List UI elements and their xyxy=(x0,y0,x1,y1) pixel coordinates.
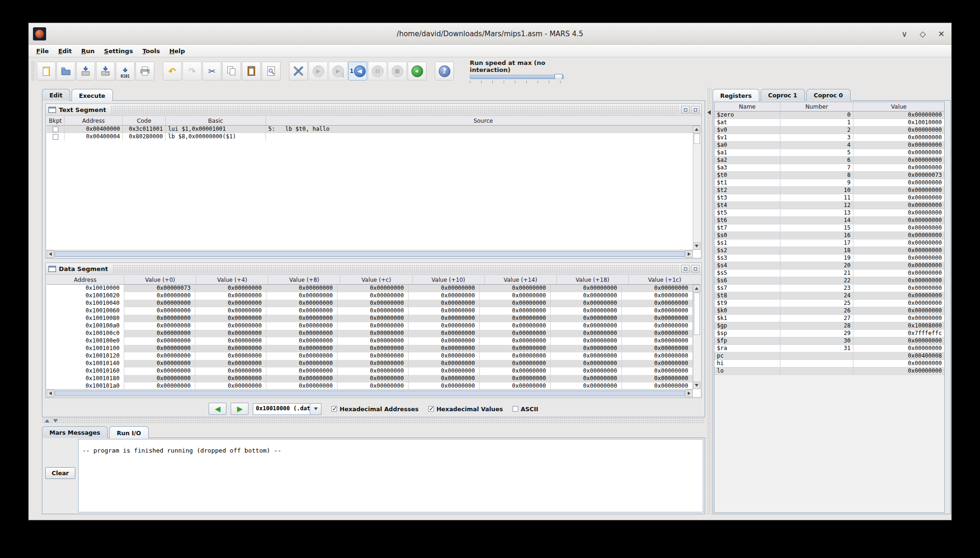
memory-value-cell[interactable]: 0x00000000 xyxy=(480,285,551,292)
memory-base-combobox[interactable]: 0x10010000 (.data) xyxy=(253,403,321,415)
memory-value-cell[interactable]: 0x00000000 xyxy=(124,307,195,315)
backstep-button[interactable]: 1 ◀ xyxy=(348,62,367,80)
register-value[interactable]: 0x00400008 xyxy=(853,352,944,359)
memory-value-cell[interactable]: 0x00000000 xyxy=(551,307,622,315)
memory-value-cell[interactable]: 0x00000000 xyxy=(622,292,693,300)
tab-mars-messages[interactable]: Mars Messages xyxy=(42,426,108,438)
scroll-down-icon[interactable] xyxy=(693,242,700,250)
toolbar-drag-handle[interactable] xyxy=(31,61,35,81)
register-value[interactable]: 0x00000000 xyxy=(853,224,944,231)
register-value[interactable]: 0x00000000 xyxy=(853,300,944,307)
memory-value-cell[interactable]: 0x00000000 xyxy=(266,307,337,315)
memory-value-cell[interactable]: 0x00000000 xyxy=(622,307,693,315)
open-file-button[interactable] xyxy=(56,62,75,80)
memory-value-cell[interactable]: 0x00000000 xyxy=(409,345,480,352)
find-replace-button[interactable] xyxy=(262,62,281,80)
memory-value-cell[interactable]: 0x00000000 xyxy=(551,352,622,360)
memory-value-cell[interactable]: 0x00000073 xyxy=(124,285,195,292)
minimize-icon[interactable]: ∨ xyxy=(901,29,907,39)
memory-value-cell[interactable]: 0x00000000 xyxy=(195,315,266,322)
memory-value-cell[interactable]: 0x00000000 xyxy=(551,383,622,389)
memory-value-cell[interactable]: 0x00000000 xyxy=(337,330,409,337)
memory-value-cell[interactable]: 0x00000000 xyxy=(337,315,409,322)
tab-coproc1[interactable]: Coproc 1 xyxy=(761,89,805,101)
memory-value-cell[interactable]: 0x00000000 xyxy=(124,375,195,383)
run-speed-slider[interactable] xyxy=(470,75,564,79)
memory-value-cell[interactable]: 0x00000000 xyxy=(409,307,480,315)
register-value[interactable]: 0x00000000 xyxy=(853,292,944,299)
memory-value-cell[interactable]: 0x00000000 xyxy=(480,337,551,345)
next-memory-button[interactable]: ▶ xyxy=(231,403,249,415)
memory-value-cell[interactable]: 0x00000000 xyxy=(551,315,622,322)
memory-value-cell[interactable]: 0x00000000 xyxy=(551,285,622,292)
scroll-right-icon[interactable] xyxy=(685,250,693,258)
register-value[interactable]: 0x00000000 xyxy=(853,247,944,254)
memory-value-cell[interactable]: 0x00000000 xyxy=(195,375,266,383)
memory-value-cell[interactable]: 0x00000000 xyxy=(266,322,337,330)
register-value[interactable]: 0x00000000 xyxy=(853,142,944,149)
memory-value-cell[interactable]: 0x00000000 xyxy=(551,360,622,367)
restore-frame-button[interactable] xyxy=(681,265,690,272)
collapse-up-icon[interactable] xyxy=(45,419,49,422)
memory-value-cell[interactable]: 0x00000000 xyxy=(124,352,195,360)
stop-button[interactable]: ■ xyxy=(388,62,407,80)
memory-value-cell[interactable]: 0x00000000 xyxy=(480,352,551,360)
memory-value-cell[interactable]: 0x00000000 xyxy=(337,337,409,345)
memory-value-cell[interactable]: 0x00000000 xyxy=(409,292,480,300)
tab-execute[interactable]: Execute xyxy=(72,89,113,101)
register-value[interactable]: 0x00000073 xyxy=(853,172,944,179)
paste-button[interactable] xyxy=(242,62,261,80)
register-value[interactable]: 0x00000000 xyxy=(853,337,944,344)
memory-value-cell[interactable]: 0x00000000 xyxy=(266,330,337,337)
memory-value-cell[interactable]: 0x00000000 xyxy=(195,367,266,375)
pause-button[interactable] xyxy=(368,62,387,80)
memory-value-cell[interactable]: 0x00000000 xyxy=(622,375,693,383)
scroll-left-icon[interactable] xyxy=(47,250,54,258)
memory-value-cell[interactable]: 0x00000000 xyxy=(195,300,266,307)
memory-value-cell[interactable]: 0x00000000 xyxy=(551,292,622,300)
run-button[interactable]: ▶ xyxy=(309,62,328,80)
memory-value-cell[interactable]: 0x00000000 xyxy=(551,322,622,330)
register-value[interactable]: 0x10008000 xyxy=(853,322,944,329)
memory-value-cell[interactable]: 0x00000000 xyxy=(480,367,551,375)
register-value[interactable]: 0x00000000 xyxy=(853,315,944,322)
memory-value-cell[interactable]: 0x00000000 xyxy=(480,345,551,352)
memory-value-cell[interactable]: 0x00000000 xyxy=(124,367,195,375)
memory-value-cell[interactable]: 0x00000000 xyxy=(551,345,622,352)
copy-button[interactable] xyxy=(222,62,241,80)
combobox-arrow-button[interactable] xyxy=(310,403,321,415)
new-file-button[interactable] xyxy=(37,62,56,80)
memory-value-cell[interactable]: 0x00000000 xyxy=(195,322,266,330)
scroll-up-icon[interactable] xyxy=(693,285,700,292)
memory-value-cell[interactable]: 0x00000000 xyxy=(124,383,195,389)
memory-value-cell[interactable]: 0x00000000 xyxy=(622,360,693,367)
step-button[interactable]: ▶ 1 xyxy=(329,62,347,80)
register-value[interactable]: 0x00000000 xyxy=(853,277,944,284)
memory-value-cell[interactable]: 0x00000000 xyxy=(480,375,551,383)
breakpoint-checkbox[interactable] xyxy=(53,134,58,140)
memory-value-cell[interactable]: 0x00000000 xyxy=(409,285,480,292)
register-value[interactable]: 0x00000000 xyxy=(853,112,944,119)
reset-button[interactable]: « xyxy=(408,62,426,80)
maximize-frame-button[interactable] xyxy=(691,265,699,272)
register-value[interactable]: 0x00000000 xyxy=(853,164,944,171)
registers-split-divider[interactable] xyxy=(707,88,712,514)
memory-value-cell[interactable]: 0x00000000 xyxy=(195,292,266,300)
memory-value-cell[interactable]: 0x00000000 xyxy=(337,292,409,300)
title-bar[interactable]: /home/david/Downloads/Mars/mips1.asm - M… xyxy=(29,23,951,45)
scroll-right-icon[interactable] xyxy=(685,390,693,397)
memory-value-cell[interactable]: 0x00000000 xyxy=(622,300,693,307)
register-value[interactable]: 0x00000000 xyxy=(853,187,944,194)
scrollbar-thumb[interactable] xyxy=(55,251,685,257)
memory-value-cell[interactable]: 0x00000000 xyxy=(551,300,622,307)
text-segment-vscrollbar[interactable] xyxy=(693,126,700,250)
memory-value-cell[interactable]: 0x00000000 xyxy=(337,322,409,330)
tab-edit[interactable]: Edit xyxy=(42,89,70,101)
print-button[interactable] xyxy=(136,62,154,80)
save-button[interactable] xyxy=(76,62,95,80)
register-value[interactable]: 0x10010000 xyxy=(853,119,944,126)
memory-value-cell[interactable]: 0x00000000 xyxy=(409,375,480,383)
scroll-up-icon[interactable] xyxy=(693,126,700,133)
prev-memory-button[interactable]: ◀ xyxy=(209,403,226,415)
menu-run[interactable]: Run xyxy=(77,46,100,56)
